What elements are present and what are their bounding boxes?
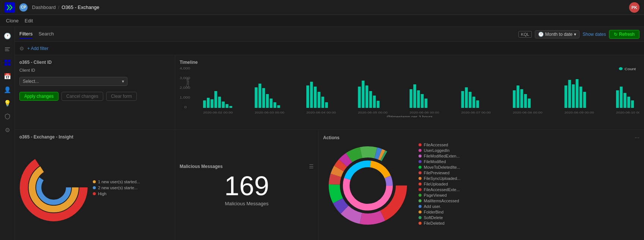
legend-dot-sd — [419, 216, 422, 219]
legend-dot-fsu — [419, 177, 422, 180]
svg-text:0: 0 — [184, 105, 187, 109]
legend-label-ul: UserLoggedIn — [424, 148, 449, 153]
actions-legend-item-7: FileUploaded — [419, 182, 460, 186]
filter-bar-right: KQL 🕐 Month to date ▾ Show dates ↻ Refre… — [518, 30, 640, 39]
svg-rect-30 — [314, 87, 317, 108]
sidebar-icon-dashboard[interactable] — [1, 57, 13, 69]
actions-legend-item-4: MoveToDeletedIte... — [419, 165, 460, 169]
svg-rect-6 — [8, 63, 10, 66]
add-filter-button[interactable]: + Add filter — [27, 46, 48, 51]
gear-icon[interactable]: ⚙ — [19, 46, 24, 52]
svg-text:1,000: 1,000 — [180, 96, 190, 99]
dashboard-link[interactable]: Dashboard — [32, 4, 56, 10]
actions-legend-item-8: FileAccessedExte... — [419, 187, 460, 192]
svg-rect-32 — [321, 97, 324, 108]
timeline-title: Timeline — [180, 60, 640, 65]
bottom-panels-row: o365 - Exchange - Insight 1 — [15, 130, 644, 240]
legend-dot-au — [419, 205, 422, 208]
legend-dot-pv — [419, 194, 422, 197]
actions-menu-button[interactable]: ··· — [635, 134, 640, 141]
clear-form-button[interactable]: Clear form — [106, 92, 137, 101]
top-nav-bar: CP Dashboard / O365 - Exchange PK — [0, 0, 644, 15]
legend-label-pv: PageViewed — [424, 193, 447, 197]
sidebar-icon-calendar[interactable]: 📅 — [1, 70, 13, 82]
svg-rect-48 — [473, 97, 476, 108]
sidebar: 🕐 📅 👤 💡 ⚙ — [0, 27, 15, 240]
filter-bar: Filters Search KQL 🕐 Month to date ▾ Sho… — [15, 27, 644, 42]
tab-filters[interactable]: Filters — [19, 29, 32, 39]
sidebar-icon-settings[interactable]: ⚙ — [1, 124, 13, 136]
actions-legend-item-9: PageViewed — [419, 193, 460, 197]
svg-rect-41 — [413, 84, 416, 108]
refresh-button[interactable]: ↻ Refresh — [609, 30, 640, 39]
refresh-label: Refresh — [619, 32, 635, 37]
add-filter-bar: ⚙ + Add filter — [15, 42, 644, 55]
sidebar-icon-user[interactable]: 👤 — [1, 84, 13, 96]
cp-badge: CP — [19, 3, 28, 12]
svg-text:Count: Count — [185, 78, 190, 87]
svg-rect-31 — [318, 92, 321, 108]
kql-badge[interactable]: KQL — [518, 31, 532, 38]
table-icon[interactable]: ☰ — [309, 163, 314, 169]
panel-insight: o365 - Exchange - Insight 1 — [15, 130, 175, 240]
legend-dot-mia — [419, 199, 422, 202]
svg-rect-37 — [369, 91, 372, 108]
sidebar-icon-discover[interactable] — [1, 43, 13, 55]
svg-rect-60 — [583, 92, 586, 108]
legend-label-fb: FolderBind — [424, 210, 443, 214]
clone-link[interactable]: Clone — [6, 18, 19, 24]
svg-rect-1 — [5, 49, 9, 50]
legend-item-1: 2 new user(s) starte... — [93, 186, 140, 190]
svg-rect-18 — [222, 102, 225, 108]
client-id-select[interactable]: Select... ▾ — [19, 77, 127, 86]
svg-text:4,000: 4,000 — [180, 66, 190, 70]
client-panel-title: o365 - Client ID — [19, 60, 170, 65]
svg-rect-13 — [203, 100, 206, 108]
time-selector[interactable]: 🕐 Month to date ▾ — [535, 30, 580, 38]
svg-text:2020-06-02 00:00: 2020-06-02 00:00 — [203, 111, 233, 114]
apply-changes-button[interactable]: Apply changes — [19, 92, 59, 101]
client-id-label: Client ID — [19, 68, 170, 72]
svg-rect-43 — [421, 94, 424, 108]
legend-item-2: High — [93, 191, 140, 196]
svg-rect-53 — [524, 94, 527, 108]
svg-text:2020-06-04 00:00: 2020-06-04 00:00 — [306, 111, 336, 114]
insight-title: o365 - Exchange - Insight — [19, 134, 170, 140]
sidebar-icon-insight[interactable]: 💡 — [1, 97, 13, 109]
top-bar-right: PK — [629, 2, 640, 13]
time-icon: 🕐 — [538, 32, 544, 37]
svg-rect-47 — [469, 92, 472, 108]
legend-label-1: 2 new user(s) starte... — [98, 186, 138, 190]
svg-rect-35 — [362, 81, 365, 108]
svg-point-80 — [39, 172, 69, 202]
sidebar-icon-clock[interactable]: 🕐 — [1, 30, 13, 42]
tab-search[interactable]: Search — [38, 29, 54, 39]
svg-rect-55 — [565, 85, 568, 108]
svg-rect-57 — [572, 84, 575, 108]
legend-dot-mtdi — [419, 166, 422, 169]
cancel-changes-button[interactable]: Cancel changes — [61, 92, 103, 101]
show-dates-link[interactable]: Show dates — [583, 32, 606, 37]
svg-rect-40 — [410, 89, 413, 108]
legend-label-fd: FileDeleted — [424, 221, 445, 225]
svg-rect-22 — [259, 84, 262, 108]
chevron-down-icon: ▾ — [574, 32, 576, 37]
actions-legend-item-11: Add user. — [419, 204, 460, 209]
actions-legend-item-3: FileModified — [419, 159, 460, 164]
edit-link[interactable]: Edit — [25, 18, 33, 24]
svg-rect-4 — [8, 60, 10, 62]
malicious-title: Malicious Messages — [180, 164, 222, 169]
svg-rect-54 — [528, 99, 531, 108]
legend-dot-fa — [419, 143, 422, 146]
svg-text:2020-06-10 00:00: 2020-06-10 00:00 — [616, 111, 640, 114]
avatar[interactable]: PK — [629, 2, 640, 13]
panel-timeline: Timeline 4,000 3,000 2,000 1,000 0 Count — [175, 55, 644, 130]
svg-rect-49 — [476, 100, 479, 108]
legend-label-sd: SoftDelete — [424, 215, 443, 220]
breadcrumb: Dashboard / O365 - Exchange — [32, 4, 99, 10]
svg-text:2020-06-06 00:00: 2020-06-06 00:00 — [410, 111, 439, 114]
legend-label-2: High — [98, 191, 107, 196]
legend-dot-fae — [419, 188, 422, 191]
sidebar-icon-shield[interactable] — [1, 110, 13, 122]
svg-text:2020-06-05 00:00: 2020-06-05 00:00 — [358, 111, 387, 114]
